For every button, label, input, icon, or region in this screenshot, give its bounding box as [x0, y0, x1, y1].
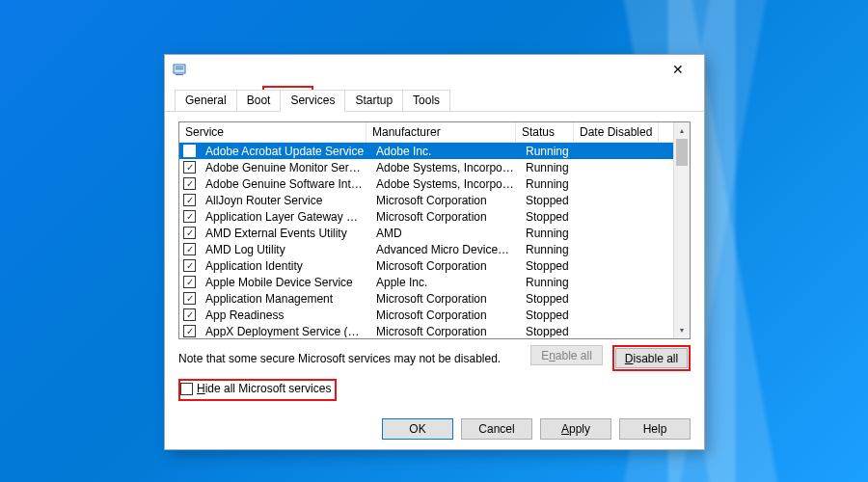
cell-date-disabled [578, 216, 663, 218]
cell-date-disabled [578, 298, 663, 300]
cell-date-disabled [578, 249, 663, 251]
row-checkbox[interactable] [183, 292, 196, 305]
msconfig-dialog: ✕ General Boot Services Startup Tools Se… [164, 54, 705, 450]
cell-service: Apple Mobile Device Service [200, 275, 370, 290]
cell-date-disabled [578, 314, 663, 316]
cell-service: AMD Log Utility [200, 242, 370, 257]
tab-startup[interactable]: Startup [344, 90, 403, 111]
scrollbar[interactable]: ▴ ▾ [673, 122, 690, 338]
cell-date-disabled [578, 331, 663, 333]
cell-manufacturer: Adobe Inc. [370, 144, 520, 159]
cell-service: AppX Deployment Service (AppX... [200, 324, 370, 338]
cell-date-disabled [578, 183, 663, 185]
cell-status: Stopped [520, 291, 578, 307]
col-status[interactable]: Status [516, 122, 574, 142]
cell-service: AllJoyn Router Service [200, 193, 370, 208]
col-date-disabled[interactable]: Date Disabled [574, 122, 659, 142]
annotation-highlight: Disable all [612, 345, 691, 371]
col-service[interactable]: Service [179, 122, 366, 142]
scroll-up-icon[interactable]: ▴ [674, 122, 690, 139]
cell-status: Running [520, 176, 578, 192]
enable-all-button[interactable]: Enable all [530, 345, 603, 365]
cell-service: AMD External Events Utility [200, 226, 370, 241]
row-checkbox[interactable] [183, 145, 196, 157]
ok-button[interactable]: OK [382, 418, 453, 440]
services-listview[interactable]: Service Manufacturer Status Date Disable… [178, 121, 691, 339]
cell-service: Adobe Genuine Monitor Service [200, 160, 370, 175]
apply-button[interactable]: Apply [540, 418, 611, 440]
table-row[interactable]: Application ManagementMicrosoft Corporat… [179, 290, 690, 307]
disable-all-button[interactable]: Disable all [615, 348, 688, 368]
listview-header: Service Manufacturer Status Date Disable… [179, 122, 690, 143]
dialog-buttons: OK Cancel Apply Help [382, 418, 691, 440]
svg-rect-2 [176, 67, 183, 67]
table-row[interactable]: AppX Deployment Service (AppX...Microsof… [179, 323, 690, 337]
cell-service: Adobe Genuine Software Integri... [200, 176, 370, 192]
tab-services[interactable]: Services [280, 90, 345, 112]
cell-service: Adobe Acrobat Update Service [200, 144, 370, 159]
cell-manufacturer: AMD [370, 226, 520, 241]
cell-manufacturer: Apple Inc. [370, 275, 520, 290]
table-row[interactable]: AMD Log UtilityAdvanced Micro Devices, I… [179, 241, 690, 257]
cell-date-disabled [578, 167, 663, 169]
cell-manufacturer: Microsoft Corporation [370, 193, 520, 208]
cell-date-disabled [578, 232, 663, 234]
cell-status: Stopped [520, 258, 578, 274]
cell-status: Running [520, 144, 578, 159]
listview-body[interactable]: Adobe Acrobat Update ServiceAdobe Inc.Ru… [179, 143, 690, 337]
cell-manufacturer: Microsoft Corporation [370, 209, 520, 225]
table-row[interactable]: Apple Mobile Device ServiceApple Inc.Run… [179, 274, 690, 290]
cell-date-disabled [578, 265, 663, 267]
hide-microsoft-row: Hide all Microsoft services [178, 379, 691, 401]
titlebar: ✕ [165, 55, 704, 84]
tab-boot[interactable]: Boot [236, 90, 282, 111]
cell-status: Running [520, 226, 578, 241]
cell-status: Stopped [520, 324, 578, 338]
table-row[interactable]: Application IdentityMicrosoft Corporatio… [179, 257, 690, 274]
annotation-highlight: Hide all Microsoft services [178, 379, 337, 401]
row-checkbox[interactable] [183, 276, 196, 288]
cancel-button[interactable]: Cancel [461, 418, 532, 440]
row-checkbox[interactable] [183, 177, 196, 190]
cell-manufacturer: Microsoft Corporation [370, 308, 520, 323]
col-manufacturer[interactable]: Manufacturer [366, 122, 516, 142]
hide-microsoft-checkbox[interactable] [180, 383, 193, 395]
table-row[interactable]: AllJoyn Router ServiceMicrosoft Corporat… [179, 192, 690, 208]
table-row[interactable]: AMD External Events UtilityAMDRunning [179, 225, 690, 241]
cell-status: Stopped [520, 209, 578, 225]
row-checkbox[interactable] [183, 243, 196, 255]
tab-strip: General Boot Services Startup Tools [165, 84, 704, 112]
cell-manufacturer: Microsoft Corporation [370, 324, 520, 338]
cell-manufacturer: Microsoft Corporation [370, 291, 520, 307]
cell-status: Running [520, 160, 578, 175]
table-row[interactable]: App ReadinessMicrosoft CorporationStoppe… [179, 307, 690, 323]
row-checkbox[interactable] [183, 227, 196, 239]
row-checkbox[interactable] [183, 161, 196, 174]
cell-manufacturer: Microsoft Corporation [370, 258, 520, 274]
row-checkbox[interactable] [183, 259, 196, 272]
table-row[interactable]: Adobe Acrobat Update ServiceAdobe Inc.Ru… [179, 143, 690, 159]
scroll-down-icon[interactable]: ▾ [674, 322, 690, 338]
cell-service: Application Identity [200, 258, 370, 274]
cell-date-disabled [578, 281, 663, 283]
cell-date-disabled [578, 200, 663, 201]
cell-status: Stopped [520, 193, 578, 208]
table-row[interactable]: Adobe Genuine Software Integri...Adobe S… [179, 175, 690, 192]
cell-manufacturer: Adobe Systems, Incorpora... [370, 176, 520, 192]
row-checkbox[interactable] [183, 194, 196, 206]
row-checkbox[interactable] [183, 325, 196, 337]
close-button[interactable]: ✕ [660, 59, 696, 80]
help-button[interactable]: Help [619, 418, 691, 440]
scroll-thumb[interactable] [676, 139, 688, 166]
note-text: Note that some secure Microsoft services… [178, 352, 501, 365]
table-row[interactable]: Adobe Genuine Monitor ServiceAdobe Syste… [179, 159, 690, 175]
svg-rect-1 [176, 74, 183, 75]
tab-general[interactable]: General [175, 90, 237, 111]
table-row[interactable]: Application Layer Gateway ServiceMicroso… [179, 208, 690, 225]
tab-tools[interactable]: Tools [402, 90, 450, 111]
row-checkbox[interactable] [183, 308, 196, 321]
cell-manufacturer: Advanced Micro Devices, I... [370, 242, 520, 257]
cell-status: Running [520, 275, 578, 290]
cell-service: Application Layer Gateway Service [200, 209, 370, 225]
row-checkbox[interactable] [183, 210, 196, 223]
